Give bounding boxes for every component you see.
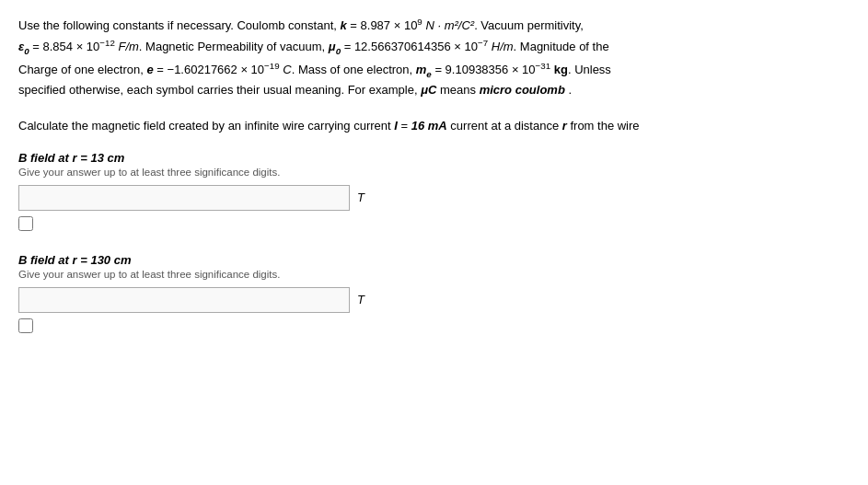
- field2-checkbox[interactable]: [18, 318, 33, 333]
- field2-hint: Give your answer up to at least three si…: [18, 269, 850, 280]
- field1-section: B field at r = 13 cm Give your answer up…: [18, 151, 850, 231]
- field2-checkbox-row: [18, 318, 850, 333]
- constants-intro: Use the following constants if necessary…: [18, 18, 584, 32]
- field1-answer-input[interactable]: [18, 185, 350, 211]
- constants-block: Use the following constants if necessary…: [18, 15, 850, 100]
- field1-label-text: B field at r = 13 cm: [18, 151, 124, 165]
- field1-hint: Give your answer up to at least three si…: [18, 167, 850, 178]
- field2-input-row: T: [18, 287, 850, 313]
- field1-checkbox-row: [18, 216, 850, 231]
- field1-checkbox[interactable]: [18, 216, 33, 231]
- question-block: Calculate the magnetic field created by …: [18, 117, 850, 136]
- field1-unit: T: [357, 191, 365, 204]
- field2-answer-input[interactable]: [18, 287, 350, 313]
- constants-line2: ε0 = 8.854 × 10−12 F/m. Magnetic Permeab…: [18, 40, 609, 53]
- field2-label: B field at r = 130 cm: [18, 253, 850, 267]
- field1-label: B field at r = 13 cm: [18, 151, 850, 165]
- field1-input-row: T: [18, 185, 850, 211]
- field2-unit: T: [357, 293, 365, 306]
- field2-section: B field at r = 130 cm Give your answer u…: [18, 253, 850, 333]
- constants-line4: specified otherwise, each symbol carries…: [18, 83, 572, 97]
- field2-label-text: B field at r = 130 cm: [18, 253, 132, 267]
- question-text: Calculate the magnetic field created by …: [18, 119, 640, 133]
- constants-line3: Charge of one electron, e = −1.60217662 …: [18, 63, 611, 76]
